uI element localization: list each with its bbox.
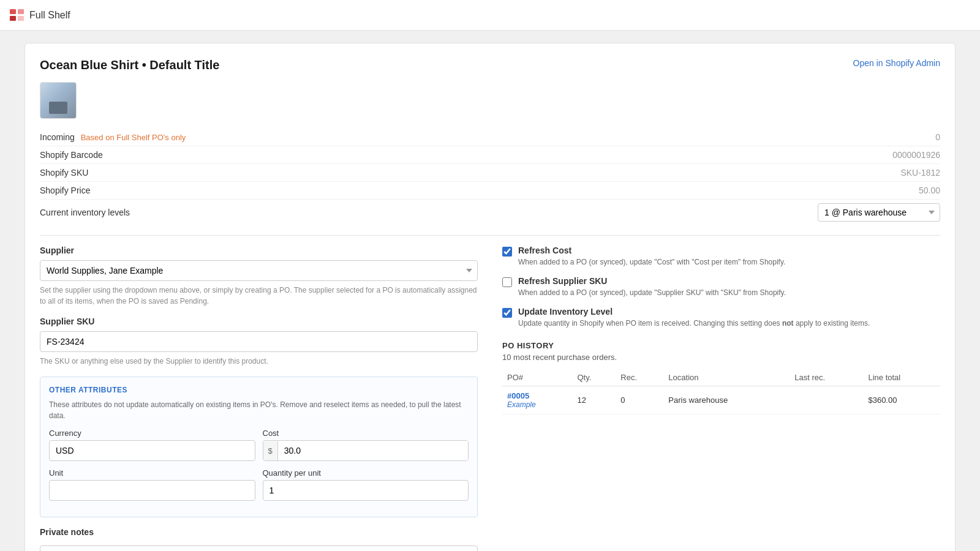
location-cell: Paris warehouse bbox=[663, 386, 790, 414]
currency-cost-row: Currency Cost $ bbox=[49, 429, 469, 461]
refresh-sku-label[interactable]: Refresh Supplier SKU bbox=[518, 276, 786, 286]
col-qty: Qty. bbox=[572, 369, 616, 386]
barcode-label: Shopify Barcode bbox=[40, 150, 103, 160]
price-label: Shopify Price bbox=[40, 186, 90, 195]
refresh-cost-content: Refresh Cost When added to a PO (or sync… bbox=[518, 246, 785, 268]
qty-cell: 12 bbox=[572, 386, 616, 414]
last-rec-cell bbox=[790, 386, 863, 414]
po-link[interactable]: #0005 bbox=[507, 391, 529, 400]
sku-label: Shopify SKU bbox=[40, 168, 88, 178]
cost-input[interactable] bbox=[278, 441, 468, 460]
refresh-sku-content: Refresh Supplier SKU When added to a PO … bbox=[518, 276, 786, 298]
refresh-cost-desc: When added to a PO (or synced), update "… bbox=[518, 258, 785, 266]
product-image bbox=[40, 82, 77, 119]
inventory-dropdown[interactable]: 1 @ Paris warehouse bbox=[818, 203, 940, 222]
update-inventory-checkbox[interactable] bbox=[502, 308, 512, 318]
col-rec: Rec. bbox=[616, 369, 663, 386]
logo-sq-3 bbox=[10, 16, 16, 21]
two-col-layout: Supplier World Supplies, Jane Example Se… bbox=[40, 246, 940, 551]
incoming-value: 0 bbox=[935, 132, 940, 142]
po-number-cell: #0005 Example bbox=[502, 386, 572, 414]
sku-value: SKU-1812 bbox=[900, 168, 940, 178]
col-location: Location bbox=[663, 369, 790, 386]
unit-input[interactable] bbox=[49, 480, 255, 501]
incoming-label: Incoming Based on Full Shelf PO's only bbox=[40, 132, 186, 142]
product-info-section: Incoming Based on Full Shelf PO's only 0… bbox=[40, 129, 940, 225]
barcode-value: 0000001926 bbox=[892, 150, 940, 160]
incoming-note: Based on Full Shelf PO's only bbox=[81, 133, 186, 142]
sku-row: Shopify SKU SKU-1812 bbox=[40, 164, 940, 182]
refresh-cost-row: Refresh Cost When added to a PO (or sync… bbox=[502, 246, 940, 268]
main-content: Ocean Blue Shirt • Default Title Open in… bbox=[0, 31, 980, 551]
update-inventory-row: Update Inventory Level Update quantity i… bbox=[502, 307, 940, 329]
price-row: Shopify Price 50.00 bbox=[40, 182, 940, 200]
update-inventory-content: Update Inventory Level Update quantity i… bbox=[518, 307, 870, 329]
supplier-sku-input[interactable] bbox=[40, 331, 478, 352]
app-logo bbox=[10, 9, 24, 21]
cost-input-wrapper: $ bbox=[263, 440, 469, 461]
col-line-total: Line total bbox=[863, 369, 940, 386]
refresh-sku-desc: When added to a PO (or synced), update "… bbox=[518, 288, 786, 297]
qty-per-unit-label: Quantity per unit bbox=[263, 468, 469, 478]
inventory-row: Current inventory levels 1 @ Paris wareh… bbox=[40, 200, 940, 225]
refresh-cost-label[interactable]: Refresh Cost bbox=[518, 246, 785, 255]
app-title: Full Shelf bbox=[29, 10, 70, 21]
unit-label: Unit bbox=[49, 468, 255, 478]
refresh-cost-checkbox[interactable] bbox=[502, 247, 512, 257]
incoming-row: Incoming Based on Full Shelf PO's only 0 bbox=[40, 129, 940, 146]
section-divider bbox=[40, 235, 940, 236]
supplier-sku-label: Supplier SKU bbox=[40, 317, 478, 326]
update-inventory-label[interactable]: Update Inventory Level bbox=[518, 307, 870, 317]
qty-per-unit-input[interactable] bbox=[263, 480, 469, 501]
private-notes-section: Private notes bbox=[40, 527, 478, 551]
currency-input[interactable] bbox=[49, 440, 255, 461]
po-table-header-row: PO# Qty. Rec. Location Last rec. Line to… bbox=[502, 369, 940, 386]
unit-qty-row: Unit Quantity per unit bbox=[49, 468, 469, 501]
po-history-subtitle: 10 most recent purchase orders. bbox=[502, 353, 940, 362]
logo-squares bbox=[10, 9, 24, 21]
barcode-row: Shopify Barcode 0000001926 bbox=[40, 146, 940, 164]
table-row: #0005 Example 12 0 Paris warehouse $360.… bbox=[502, 386, 940, 414]
po-history-title: PO HISTORY bbox=[502, 341, 940, 350]
product-header: Ocean Blue Shirt • Default Title Open in… bbox=[40, 58, 940, 72]
supplier-sku-help: The SKU or anything else used by the Sup… bbox=[40, 356, 478, 367]
price-value: 50.00 bbox=[919, 186, 940, 195]
refresh-sku-checkbox[interactable] bbox=[502, 277, 512, 287]
unit-field: Unit bbox=[49, 468, 255, 501]
po-table: PO# Qty. Rec. Location Last rec. Line to… bbox=[502, 369, 940, 414]
supplier-section: Supplier World Supplies, Jane Example Se… bbox=[40, 246, 478, 307]
private-notes-textarea[interactable] bbox=[40, 545, 478, 551]
supplier-select[interactable]: World Supplies, Jane Example bbox=[40, 260, 478, 281]
refresh-sku-row: Refresh Supplier SKU When added to a PO … bbox=[502, 276, 940, 298]
product-card: Ocean Blue Shirt • Default Title Open in… bbox=[24, 43, 956, 551]
product-title: Ocean Blue Shirt • Default Title bbox=[40, 58, 219, 72]
other-attrs-note: These attributes do not update automatic… bbox=[49, 399, 469, 421]
po-history-section: PO HISTORY 10 most recent purchase order… bbox=[502, 341, 940, 414]
logo-sq-4 bbox=[18, 16, 24, 21]
supplier-label: Supplier bbox=[40, 246, 478, 255]
currency-label: Currency bbox=[49, 429, 255, 438]
col-po-num: PO# bbox=[502, 369, 572, 386]
right-column: Refresh Cost When added to a PO (or sync… bbox=[502, 246, 940, 551]
logo-sq-1 bbox=[10, 9, 16, 14]
other-attrs-box: OTHER ATTRIBUTES These attributes do not… bbox=[40, 377, 478, 517]
cost-prefix: $ bbox=[263, 441, 278, 460]
logo-sq-2 bbox=[18, 9, 24, 14]
currency-field: Currency bbox=[49, 429, 255, 461]
left-column: Supplier World Supplies, Jane Example Se… bbox=[40, 246, 478, 551]
private-notes-label: Private notes bbox=[40, 527, 478, 537]
top-navigation: Full Shelf bbox=[0, 0, 980, 31]
rec-cell: 0 bbox=[616, 386, 663, 414]
col-last-rec: Last rec. bbox=[790, 369, 863, 386]
qty-per-unit-field: Quantity per unit bbox=[263, 468, 469, 501]
cost-field: Cost $ bbox=[263, 429, 469, 461]
other-attrs-title: OTHER ATTRIBUTES bbox=[49, 386, 469, 394]
cost-label: Cost bbox=[263, 429, 469, 438]
supplier-help: Set the supplier using the dropdown menu… bbox=[40, 285, 478, 307]
update-inventory-desc: Update quantity in Shopify when PO item … bbox=[518, 319, 870, 328]
inventory-label: Current inventory levels bbox=[40, 208, 130, 217]
po-example: Example bbox=[507, 400, 567, 409]
supplier-sku-section: Supplier SKU The SKU or anything else us… bbox=[40, 317, 478, 367]
line-total-cell: $360.00 bbox=[863, 386, 940, 414]
shopify-admin-link[interactable]: Open in Shopify Admin bbox=[853, 58, 940, 68]
